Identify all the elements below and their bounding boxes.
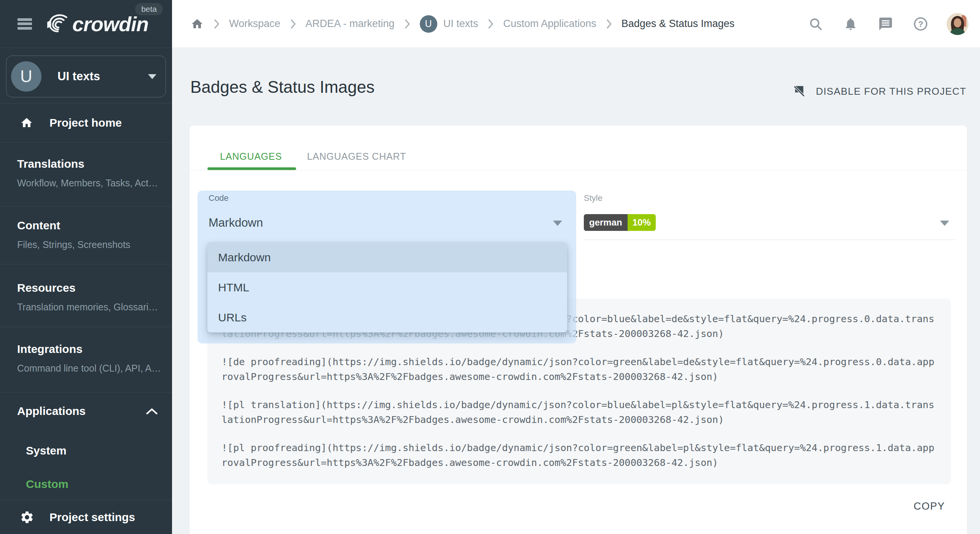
sidebar-item-system[interactable]: System: [26, 444, 158, 457]
gear-icon: [20, 510, 34, 524]
flag-off-icon: [792, 84, 806, 98]
code-select-value[interactable]: Markdown: [209, 216, 263, 230]
dropdown-option-markdown[interactable]: Markdown: [207, 242, 567, 272]
chevron-up-icon: [146, 407, 158, 415]
sidebar-item-applications[interactable]: Applications: [17, 405, 158, 418]
sidebar: crowdin beta U UI texts Project home Tra…: [0, 0, 172, 534]
sidebar-item-project-settings[interactable]: Project settings: [0, 500, 172, 534]
breadcrumb: Workspace ARDEA - marketing U UI texts C…: [190, 15, 788, 33]
messages-chat-icon[interactable]: [878, 16, 893, 32]
code-select-label: Code: [209, 193, 229, 203]
chevron-right-icon: [404, 19, 411, 29]
crowdin-logo[interactable]: crowdin: [45, 12, 148, 36]
sidebar-item-content[interactable]: Content Files, Strings, Screenshots: [0, 207, 172, 264]
project-name: UI texts: [57, 70, 148, 83]
sidebar-item-project-home[interactable]: Project home: [0, 103, 172, 143]
sidebar-item-label: Project settings: [49, 511, 135, 524]
sidebar-item-translations[interactable]: Translations Workflow, Members, Tasks, A…: [0, 143, 172, 207]
copy-button[interactable]: COPY: [913, 501, 945, 512]
svg-text:?: ?: [918, 19, 923, 29]
code-line: rovalProgress&url=https%3A%2F%2Fbadges.a…: [221, 369, 951, 384]
code-line: ![de proofreading](https://img.shields.i…: [221, 354, 951, 369]
section-subtitle: Files, Strings, Screenshots: [17, 239, 172, 250]
breadcrumb-current-page: Badges & Status Images: [621, 18, 735, 30]
hamburger-menu-icon[interactable]: [18, 18, 32, 30]
dropdown-option-html[interactable]: HTML: [207, 272, 567, 302]
breadcrumb-avatar: U: [420, 15, 437, 33]
disable-button-label: DISABLE FOR THIS PROJECT: [816, 86, 966, 97]
tabs: LANGUAGES LANGUAGES CHART: [207, 145, 419, 167]
sidebar-item-resources[interactable]: Resources Translation memories, Glossari…: [0, 264, 172, 327]
app-screen: crowdin beta U UI texts Project home Tra…: [0, 0, 980, 534]
code-line: lationProgress&url=https%3A%2F%2Fbadges.…: [221, 412, 951, 427]
crowdin-logo-icon: [45, 12, 70, 36]
section-title: Resources: [17, 281, 172, 294]
main-content: Badges & Status Images DISABLE FOR THIS …: [172, 48, 980, 534]
home-icon: [20, 116, 33, 129]
chevron-right-icon: [487, 19, 494, 29]
tabs-divider: [190, 170, 967, 170]
style-badge-preview[interactable]: german 10%: [584, 214, 656, 231]
code-snippet: ![pl proofreading](https://img.shields.i…: [221, 440, 951, 470]
sidebar-item-label: Project home: [49, 116, 122, 129]
chevron-right-icon: [213, 19, 220, 29]
chevron-down-icon: [148, 74, 156, 79]
active-tab-indicator: [207, 167, 296, 170]
badge-language-label: german: [584, 214, 628, 231]
project-selector[interactable]: U UI texts: [6, 56, 166, 97]
beta-badge: beta: [135, 3, 163, 15]
code-line: ![pl translation](https://img.shields.io…: [221, 397, 951, 412]
badges-card: LANGUAGES LANGUAGES CHART ![de translati…: [190, 126, 967, 534]
logo-wordmark: crowdin: [72, 12, 148, 36]
home-icon[interactable]: [190, 17, 204, 30]
chevron-right-icon: [606, 19, 612, 29]
code-select-dropdown: Markdown HTML URLs: [207, 242, 567, 332]
breadcrumb-project[interactable]: ARDEA - marketing: [306, 18, 395, 30]
sidebar-item-custom[interactable]: Custom: [26, 478, 158, 491]
code-line: rovalProgress&url=https%3A%2F%2Fbadges.a…: [221, 455, 951, 470]
chevron-down-icon[interactable]: [553, 221, 562, 226]
project-selector-wrap: U UI texts: [0, 48, 172, 103]
sidebar-item-integrations[interactable]: Integrations Command line tool (CLI), AP…: [0, 327, 172, 393]
section-subtitle: Command line tool (CLI), API, A…: [17, 363, 172, 374]
breadcrumb-ui-texts[interactable]: U UI texts: [420, 15, 478, 33]
code-line: ![pl proofreading](https://img.shields.i…: [221, 440, 951, 455]
section-title: Translations: [17, 157, 172, 170]
style-select-label: Style: [584, 193, 602, 203]
dropdown-option-urls[interactable]: URLs: [207, 302, 567, 332]
section-title: Content: [17, 219, 172, 232]
breadcrumb-label: UI texts: [443, 18, 478, 30]
section-subtitle: Translation memories, Glossari…: [17, 302, 172, 313]
section-subtitle: Workflow, Members, Tasks, Act…: [17, 178, 172, 189]
sidebar-top: crowdin beta: [0, 0, 172, 48]
chevron-down-icon[interactable]: [940, 221, 949, 226]
disable-for-project-button[interactable]: DISABLE FOR THIS PROJECT: [792, 84, 966, 98]
tab-languages[interactable]: LANGUAGES: [207, 145, 295, 167]
page-title: Badges & Status Images: [190, 78, 374, 97]
header-actions: ?: [788, 13, 969, 35]
badge-progress-value: 10%: [628, 214, 656, 231]
breadcrumb-custom-applications[interactable]: Custom Applications: [503, 18, 596, 30]
search-icon[interactable]: [808, 16, 823, 32]
section-title: Integrations: [17, 343, 172, 356]
sidebar-section-applications: Applications System Custom: [0, 393, 172, 500]
project-avatar: U: [11, 61, 41, 92]
code-snippet: ![pl translation](https://img.shields.io…: [221, 397, 951, 427]
notifications-bell-icon[interactable]: [843, 16, 858, 32]
user-avatar[interactable]: [947, 13, 969, 35]
code-snippet: ![de proofreading](https://img.shields.i…: [221, 354, 951, 384]
tab-languages-chart[interactable]: LANGUAGES CHART: [295, 145, 419, 167]
chevron-right-icon: [290, 19, 296, 29]
breadcrumb-workspace[interactable]: Workspace: [229, 18, 280, 30]
style-select-underline: [584, 240, 956, 240]
top-header: Workspace ARDEA - marketing U UI texts C…: [172, 0, 980, 48]
help-icon[interactable]: ?: [913, 16, 928, 32]
section-title: Applications: [17, 405, 86, 418]
